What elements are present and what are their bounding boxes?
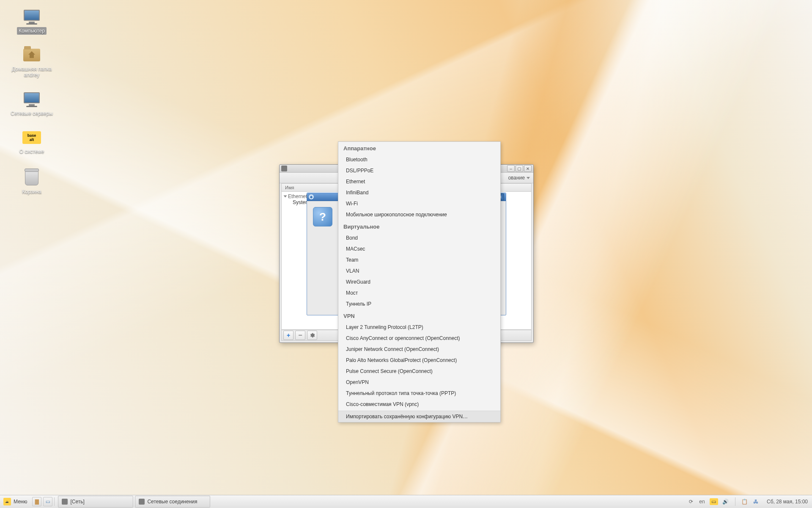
desktop-icon-label: О системе bbox=[18, 148, 46, 155]
maximize-button[interactable]: ▢ bbox=[516, 165, 523, 172]
task-label: [Сеть] bbox=[70, 499, 84, 505]
folder-icon: ▇ bbox=[35, 499, 39, 505]
gear-icon bbox=[309, 332, 315, 338]
system-tray: ⟳ en ▭ 🔊 📋 🖧 bbox=[684, 497, 763, 506]
menu-item[interactable]: Cisco AnyConnect or openconnect (OpenCon… bbox=[338, 333, 500, 344]
desktop-icon-label: Компьютер bbox=[17, 27, 47, 35]
desktop-icon-label: Корзина bbox=[20, 188, 43, 196]
window-icon bbox=[62, 499, 68, 505]
menu-item[interactable]: MACsec bbox=[338, 243, 500, 254]
minimize-button[interactable]: – bbox=[507, 165, 515, 172]
dialog-icon: ◆ bbox=[309, 194, 314, 199]
desktop-icon-computer[interactable]: Компьютер bbox=[8, 8, 55, 35]
menu-item[interactable]: InfiniBand bbox=[338, 187, 500, 198]
menu-section-header: VPN bbox=[338, 309, 500, 322]
menu-item[interactable]: VLAN bbox=[338, 265, 500, 276]
menu-item[interactable]: Layer 2 Tunneling Protocol (L2TP) bbox=[338, 322, 500, 333]
desktop-icon-trash[interactable]: Корзина bbox=[8, 169, 55, 196]
add-connection-button[interactable]: + bbox=[283, 331, 294, 340]
menu-item[interactable]: Ethernet bbox=[338, 176, 500, 187]
quicklaunch-show-desktop[interactable]: ▭ bbox=[43, 497, 52, 506]
quicklaunch-files[interactable]: ▇ bbox=[32, 497, 41, 506]
trash-icon bbox=[22, 169, 42, 186]
computer-icon bbox=[22, 8, 42, 25]
menu-item[interactable]: Pulse Connect Secure (OpenConnect) bbox=[338, 366, 500, 377]
window-icon bbox=[139, 499, 145, 505]
tray-volume-icon[interactable]: 🔊 bbox=[722, 498, 729, 505]
network-servers-icon bbox=[22, 91, 42, 108]
taskbar-task-net[interactable]: [Сеть] bbox=[58, 496, 133, 508]
taskbar: ⛰ Меню ▇ ▭ [Сеть] Сетевые соединения ⟳ e… bbox=[0, 495, 812, 508]
menu-item[interactable]: DSL/PPPoE bbox=[338, 165, 500, 176]
menu-item[interactable]: Мобильное широкополосное подключение bbox=[338, 209, 500, 220]
basealt-icon: basealt bbox=[22, 129, 42, 146]
taskbar-separator bbox=[54, 497, 55, 506]
question-icon: ? bbox=[313, 207, 332, 226]
desktop-icon-label: Домашняя папка andrey bbox=[8, 65, 55, 79]
taskbar-clock[interactable]: Сб, 28 мая, 15:00 bbox=[763, 499, 812, 505]
menu-item[interactable]: Cisco-совместимая VPN (vpnc) bbox=[338, 399, 500, 410]
task-label: Сетевые соединения bbox=[147, 499, 197, 505]
tray-keyboard-lang[interactable]: en bbox=[699, 498, 705, 505]
tray-display-icon[interactable]: ▭ bbox=[710, 498, 718, 505]
menu-item[interactable]: Туннель IP bbox=[338, 298, 500, 309]
tray-updates-icon[interactable]: ⟳ bbox=[688, 498, 694, 505]
menu-item[interactable]: OpenVPN bbox=[338, 377, 500, 388]
toolbar-sort-label: ование bbox=[508, 175, 525, 181]
remove-connection-button[interactable]: − bbox=[295, 331, 305, 340]
desktop-icon-about[interactable]: basealt О системе bbox=[8, 129, 55, 155]
chevron-down-icon bbox=[527, 177, 530, 179]
menu-item[interactable]: Wi-Fi bbox=[338, 198, 500, 209]
menu-item[interactable]: Bond bbox=[338, 232, 500, 243]
distro-logo-icon: ⛰ bbox=[3, 498, 11, 505]
desktop-icon: ▭ bbox=[46, 499, 50, 505]
menu-section-header: Виртуальное bbox=[338, 220, 500, 232]
connection-type-menu: АппаратноеBluetoothDSL/PPPoEEthernetInfi… bbox=[338, 141, 501, 422]
desktop-icon-netservers[interactable]: Сетевые серверы bbox=[8, 91, 55, 117]
folder-home-icon bbox=[22, 47, 42, 64]
tray-separator bbox=[735, 497, 735, 506]
taskbar-task-nmce[interactable]: Сетевые соединения bbox=[135, 496, 210, 508]
window-icon bbox=[281, 166, 287, 171]
menu-item[interactable]: WireGuard bbox=[338, 276, 500, 287]
chevron-down-icon bbox=[284, 196, 287, 198]
menu-item[interactable]: Мост bbox=[338, 287, 500, 298]
menu-section-header: Аппаратное bbox=[338, 142, 500, 154]
menu-item[interactable]: Туннельный протокол типа точка-точка (PP… bbox=[338, 388, 500, 399]
menu-item[interactable]: Team bbox=[338, 254, 500, 265]
toolbar-sort-dropdown[interactable]: ование bbox=[508, 175, 530, 181]
menu-item-import-vpn[interactable]: Импортировать сохранённую конфигурацию V… bbox=[338, 411, 500, 422]
close-button[interactable]: ✕ bbox=[524, 165, 532, 172]
desktop-icon-label: Сетевые серверы bbox=[9, 110, 55, 117]
menu-item[interactable]: Palo Alto Networks GlobalProtect (OpenCo… bbox=[338, 355, 500, 366]
edit-connection-button[interactable] bbox=[307, 331, 317, 340]
menu-item[interactable]: Bluetooth bbox=[338, 154, 500, 165]
tray-clipboard-icon[interactable]: 📋 bbox=[741, 498, 748, 505]
start-menu-label: Меню bbox=[14, 499, 27, 505]
menu-item[interactable]: Juniper Network Connect (OpenConnect) bbox=[338, 344, 500, 355]
tray-network-icon[interactable]: 🖧 bbox=[752, 498, 759, 505]
start-menu-button[interactable]: ⛰ Меню bbox=[0, 496, 30, 507]
desktop-icon-home[interactable]: Домашняя папка andrey bbox=[8, 47, 55, 79]
